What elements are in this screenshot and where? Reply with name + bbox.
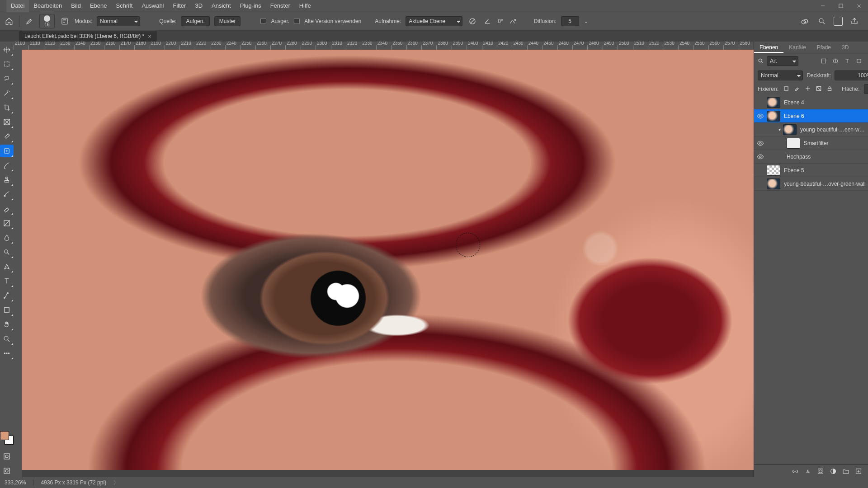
close-icon[interactable] [850,0,868,12]
layer-row[interactable]: ▾young-beautiful-…een-wall Kopie⬍ [754,123,868,136]
close-icon[interactable]: × [148,33,151,40]
shape-tool[interactable] [0,304,14,316]
pressure-opacity-icon[interactable] [508,16,519,27]
zoom-value[interactable]: 333,26% [5,479,26,486]
menu-hilfe[interactable]: Hilfe [295,0,316,12]
source-sampled-button[interactable]: Aufgen. [181,16,209,26]
menu-ansicht[interactable]: Ansicht [207,0,236,12]
brush-panel-icon[interactable] [59,16,70,27]
lock-pixels-icon[interactable] [783,85,789,93]
layer-row[interactable]: Ebene 6 [754,109,868,123]
hand-tool[interactable] [0,318,14,331]
canvas[interactable] [22,50,754,477]
layer-row[interactable]: Smartfilter [754,136,868,150]
mask-icon[interactable] [817,468,824,475]
tool-preset-icon[interactable] [24,16,35,27]
eraser-tool[interactable] [0,202,14,215]
stamp-tool[interactable] [0,174,14,186]
menu-plug-ins[interactable]: Plug-ins [236,0,266,12]
opacity-input[interactable] [835,70,868,80]
sample-select[interactable]: Aktuelle Ebene [406,16,462,26]
healing-tool[interactable] [0,145,14,157]
adjustment-icon[interactable] [830,468,837,475]
new-layer-icon[interactable] [855,468,862,475]
source-pattern-button[interactable]: Muster [214,16,241,26]
ignore-adjust-icon[interactable] [467,16,478,27]
blend-mode-select[interactable]: Normal [97,16,140,26]
menu-auswahl[interactable]: Auswahl [137,0,168,12]
search-icon[interactable] [816,16,827,27]
brush-tool[interactable] [0,159,14,172]
filter-type-icon[interactable] [843,57,851,65]
brush-preset-picker[interactable]: 16 [39,14,55,28]
layer-filter-select[interactable]: Art [767,56,798,66]
visibility-toggle[interactable] [754,113,767,120]
panel-tab-ebenen[interactable]: Ebenen [754,42,783,53]
link-icon[interactable] [792,468,799,475]
group-icon[interactable] [842,468,849,475]
diffusion-input[interactable] [561,16,579,26]
gradient-tool[interactable] [0,217,14,230]
layer-row[interactable]: young-beautiful-…over-green-wall [754,177,868,191]
menu-filter[interactable]: Filter [169,0,191,12]
chevron-down-icon[interactable]: ▾ [777,127,783,132]
menu-bearbeiten[interactable]: Bearbeiten [29,0,66,12]
menu-fenster[interactable]: Fenster [266,0,295,12]
cloud-docs-icon[interactable] [799,16,810,27]
screen-mode-icon[interactable] [834,17,843,26]
ruler-tick: 2240 [225,45,240,50]
history-brush-tool[interactable] [0,188,14,201]
lasso-tool[interactable] [0,72,14,85]
visibility-toggle[interactable] [754,140,767,147]
legacy-checkbox[interactable] [294,18,300,24]
lock-all-icon[interactable] [826,85,833,93]
wand-tool[interactable] [0,87,14,99]
share-icon[interactable] [849,16,860,27]
menu-datei[interactable]: Datei [6,0,29,12]
menu-bild[interactable]: Bild [66,0,85,12]
quickmask-icon[interactable] [0,450,14,463]
type-tool[interactable] [0,275,14,287]
dodge-tool[interactable] [0,246,14,258]
scrollbar-horizontal[interactable] [22,470,754,477]
marquee-tool[interactable] [0,58,14,70]
canvas-image [22,50,754,470]
panel-tab-pfade[interactable]: Pfade [811,42,836,53]
home-icon[interactable] [4,16,14,27]
pen-tool[interactable] [0,260,14,273]
panel-tab-kanäle[interactable]: Kanäle [783,42,811,53]
angle-icon[interactable] [482,16,493,27]
panel-tab-3d[interactable]: 3D [836,42,854,53]
frame-tool[interactable] [0,116,14,128]
layer-row[interactable]: Ebene 5 [754,164,868,177]
svg-point-5 [804,19,807,23]
aligned-checkbox[interactable] [260,18,266,24]
blur-tool[interactable] [0,231,14,244]
menu-schrift[interactable]: Schrift [112,0,137,12]
fill-input[interactable] [864,84,868,94]
lock-artboard-icon[interactable] [816,85,822,93]
minimize-icon[interactable] [814,0,832,12]
zoom-tool[interactable] [0,333,14,345]
maximize-icon[interactable] [832,0,850,12]
menu-ebene[interactable]: Ebene [85,0,112,12]
document-tab[interactable]: Leucht Effekt.psdc bei 333% (Ebene 6, RG… [19,31,157,42]
lock-position-icon[interactable] [805,85,811,93]
filter-adjust-icon[interactable] [831,57,840,65]
edit-toolbar-icon[interactable] [0,347,14,360]
color-swatches[interactable] [0,431,14,445]
screenmode-icon[interactable] [0,465,14,477]
path-tool[interactable] [0,289,14,302]
filter-shape-icon[interactable] [855,57,863,65]
menu-3d[interactable]: 3D [190,0,207,12]
crop-tool[interactable] [0,101,14,114]
fx-icon[interactable] [804,468,811,475]
layer-blend-select[interactable]: Normal [758,70,803,80]
lock-paint-icon[interactable] [794,85,800,93]
visibility-toggle[interactable] [754,153,767,160]
move-tool[interactable] [0,43,14,56]
layer-row[interactable]: Ebene 4 [754,96,868,109]
layer-row[interactable]: Hochpass⫞ [754,150,868,164]
filter-pixel-icon[interactable] [820,57,828,65]
eyedropper-tool[interactable] [0,130,14,143]
